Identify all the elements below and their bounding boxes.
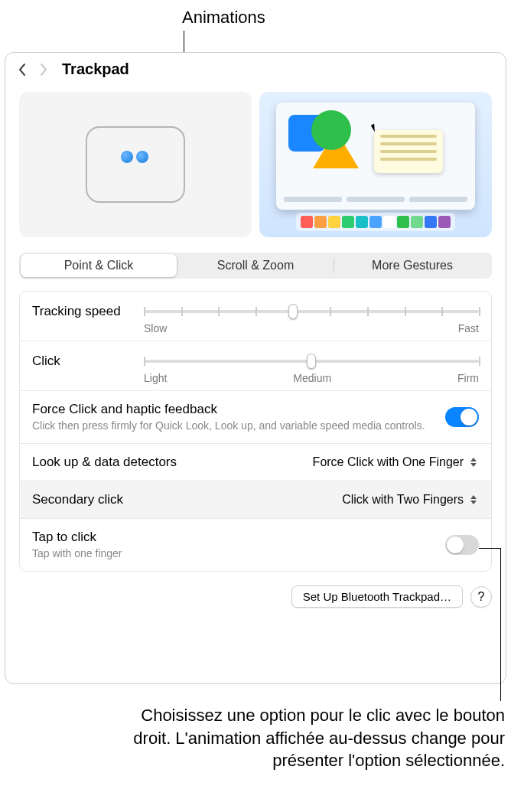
dock-app-icon xyxy=(438,216,451,228)
tab-more-gestures[interactable]: More Gestures xyxy=(334,254,490,277)
click-label: Click xyxy=(32,354,132,369)
row-tap-to-click: Tap to click Tap with one finger xyxy=(20,519,491,571)
dock-app-icon xyxy=(314,216,327,228)
row-lookup: Look up & data detectors Force Click wit… xyxy=(20,444,491,481)
page-title: Trackpad xyxy=(62,60,129,78)
force-click-toggle[interactable] xyxy=(445,407,479,427)
dock-app-icon xyxy=(397,216,409,228)
click-legend-medium: Medium xyxy=(167,372,457,384)
tap-to-click-sub: Tap with one finger xyxy=(32,546,122,560)
lookup-label: Look up & data detectors xyxy=(32,455,177,470)
screen-animation-preview xyxy=(259,92,492,237)
tracking-legend-slow: Slow xyxy=(144,322,167,334)
updown-icon xyxy=(468,493,479,507)
secondary-click-label: Secondary click xyxy=(32,492,123,507)
secondary-click-value: Click with Two Fingers xyxy=(342,493,464,507)
toolbar: Trackpad xyxy=(5,53,506,81)
finger-dot xyxy=(136,151,148,163)
row-click-strength: Click Light Medium Firm xyxy=(20,341,491,391)
bluetooth-trackpad-button[interactable]: Set Up Bluetooth Trackpad… xyxy=(291,585,463,608)
lookup-select[interactable]: Force Click with One Finger xyxy=(313,455,479,469)
tab-bar: Point & ClickScroll & ZoomMore Gestures xyxy=(19,253,492,279)
dock-app-icon xyxy=(342,216,354,228)
finger-dot xyxy=(121,151,133,163)
click-legend-firm: Firm xyxy=(457,372,479,384)
click-slider[interactable] xyxy=(144,352,479,370)
tracking-speed-slider[interactable] xyxy=(144,302,479,321)
tap-to-click-toggle[interactable] xyxy=(445,535,479,555)
trackpad-animation-preview xyxy=(19,92,252,237)
secondary-click-select[interactable]: Click with Two Fingers xyxy=(342,493,479,507)
dock-app-icon xyxy=(301,216,313,228)
forward-icon[interactable] xyxy=(39,63,48,77)
updown-icon xyxy=(468,455,479,469)
tab-scroll-zoom[interactable]: Scroll & Zoom xyxy=(177,254,334,277)
nav-arrows xyxy=(18,63,48,77)
previews-row xyxy=(5,81,506,245)
tap-to-click-label: Tap to click xyxy=(32,530,122,545)
settings-panel: Tracking speed Slow Fast Click xyxy=(19,291,492,572)
force-click-label: Force Click and haptic feedback xyxy=(32,402,425,417)
dock-app-icon xyxy=(369,216,382,228)
callout-line-bottom-h xyxy=(479,548,500,549)
dock-app-icon xyxy=(425,216,437,228)
row-secondary-click: Secondary click Click with Two Fingers xyxy=(20,481,491,519)
row-tracking-speed: Tracking speed Slow Fast xyxy=(20,292,491,341)
help-button[interactable]: ? xyxy=(470,586,492,608)
row-force-click: Force Click and haptic feedback Click th… xyxy=(20,391,491,444)
trackpad-settings-window: Trackpad xyxy=(5,52,506,684)
callout-secondary-click: Choisissez une option pour le clic avec … xyxy=(130,704,505,772)
dock-preview xyxy=(296,213,455,231)
dock-app-icon xyxy=(411,216,423,228)
callout-line-bottom-v xyxy=(500,548,501,701)
callout-animations: Animations xyxy=(182,8,265,28)
lookup-value: Force Click with One Finger xyxy=(313,455,464,469)
tracking-legend-fast: Fast xyxy=(458,322,479,334)
click-legend-light: Light xyxy=(144,372,167,384)
dock-app-icon xyxy=(356,216,368,228)
tracking-speed-label: Tracking speed xyxy=(32,304,132,319)
dock-app-icon xyxy=(328,216,340,228)
back-icon[interactable] xyxy=(18,63,27,77)
footer: Set Up Bluetooth Trackpad… ? xyxy=(5,572,506,608)
dock-app-icon xyxy=(383,216,395,228)
force-click-sub: Click then press firmly for Quick Look, … xyxy=(32,419,425,432)
trackpad-icon xyxy=(86,126,185,203)
tab-point-click[interactable]: Point & Click xyxy=(21,254,177,277)
